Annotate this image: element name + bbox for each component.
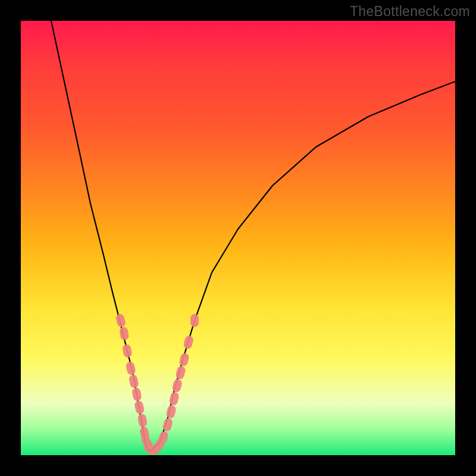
watermark-text: TheBottleneck.com xyxy=(350,4,470,20)
svg-rect-17 xyxy=(168,392,180,406)
svg-rect-2 xyxy=(122,344,133,358)
svg-rect-20 xyxy=(178,352,190,367)
svg-rect-5 xyxy=(131,387,142,402)
bottleneck-curve xyxy=(21,21,455,455)
svg-rect-4 xyxy=(128,374,139,389)
svg-rect-0 xyxy=(115,313,126,328)
svg-rect-7 xyxy=(137,414,148,428)
svg-rect-6 xyxy=(134,400,145,415)
svg-rect-18 xyxy=(171,378,183,393)
svg-rect-22 xyxy=(190,314,199,327)
svg-rect-16 xyxy=(165,405,177,419)
chart-frame: TheBottleneck.com xyxy=(0,0,476,476)
svg-rect-1 xyxy=(119,327,130,341)
svg-rect-21 xyxy=(183,335,194,350)
svg-rect-3 xyxy=(125,361,136,376)
svg-rect-19 xyxy=(175,365,186,380)
